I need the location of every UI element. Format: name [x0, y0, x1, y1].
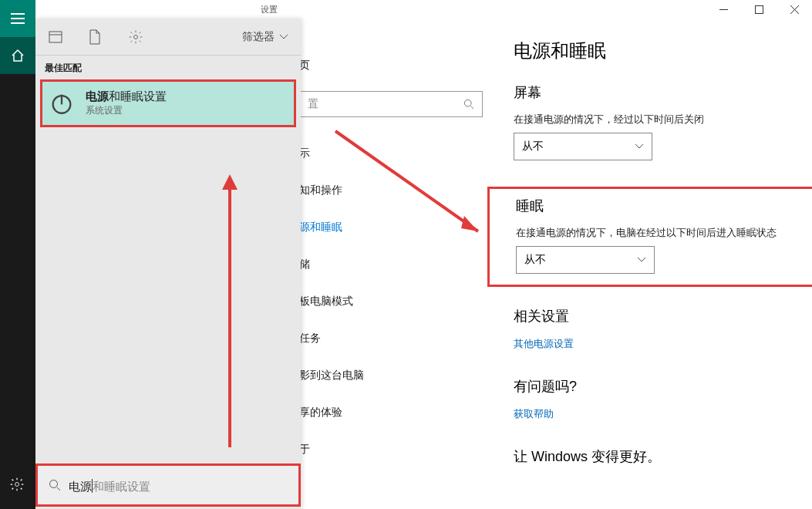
- svg-point-6: [50, 480, 58, 488]
- gear-icon[interactable]: [9, 477, 25, 495]
- chevron-down-icon: [635, 143, 644, 150]
- result-subtitle: 系统设置: [86, 104, 167, 117]
- minimize-button[interactable]: [706, 0, 741, 19]
- sleep-desc: 在接通电源的情况下，电脑在经过以下时间后进入睡眠状态: [516, 226, 810, 240]
- svg-point-2: [464, 99, 471, 106]
- window-titlebar: 设置: [254, 0, 812, 19]
- sleep-timeout-dropdown[interactable]: 从不: [516, 246, 655, 274]
- svg-point-4: [134, 35, 138, 39]
- search-icon: [463, 99, 474, 110]
- gear-icon[interactable]: [128, 29, 143, 45]
- help-heading: 有问题吗?: [514, 377, 810, 396]
- sleep-heading: 睡眠: [516, 197, 810, 215]
- home-button[interactable]: [0, 37, 35, 74]
- close-button[interactable]: [777, 0, 812, 19]
- taskbar-rail: [0, 0, 35, 509]
- nav-item-power-sleep[interactable]: 源和睡眠: [299, 208, 483, 245]
- search-icon: [49, 479, 61, 491]
- related-heading: 相关设置: [514, 307, 810, 325]
- search-result-power-sleep[interactable]: 电源和睡眠设置 系统设置: [40, 79, 296, 127]
- nav-item[interactable]: 板电脑模式: [299, 282, 483, 319]
- window-title: 设置: [261, 4, 278, 15]
- power-icon: [49, 90, 75, 116]
- help-link[interactable]: 获取帮助: [514, 407, 554, 421]
- nav-item[interactable]: 于: [299, 430, 483, 467]
- dropdown-value: 从不: [524, 253, 546, 267]
- nav-item[interactable]: 享的体验: [299, 393, 483, 430]
- nav-item[interactable]: 储: [299, 245, 483, 282]
- best-match-heading: 最佳匹配: [35, 56, 301, 79]
- sleep-section-highlight: 睡眠 在接通电源的情况下，电脑在经过以下时间后进入睡眠状态 从不: [487, 187, 812, 287]
- search-value: 电源和睡眠设置: [69, 477, 150, 494]
- document-icon[interactable]: [88, 29, 103, 45]
- settings-search-input[interactable]: 置: [299, 91, 483, 117]
- filter-dropdown[interactable]: 筛选器: [242, 30, 288, 44]
- feedback-heading: 让 Windows 变得更好。: [514, 447, 810, 466]
- screen-desc: 在接通电源的情况下，经过以下时间后关闭: [514, 113, 810, 126]
- recent-icon[interactable]: [48, 29, 63, 45]
- result-title: 电源和睡眠设置: [86, 89, 167, 104]
- nav-item[interactable]: 任务: [299, 319, 483, 356]
- dropdown-value: 从不: [522, 140, 544, 153]
- chevron-down-icon: [637, 257, 646, 263]
- chevron-down-icon: [279, 34, 288, 40]
- svg-rect-3: [49, 32, 62, 42]
- related-link-other-power[interactable]: 其他电源设置: [514, 337, 574, 351]
- start-search-overlay: 筛选器 最佳匹配 电源和睡眠设置 系统设置 电源和睡眠设置: [35, 19, 301, 509]
- screen-heading: 屏幕: [514, 83, 810, 102]
- filter-label: 筛选器: [242, 30, 275, 44]
- overlay-tabs: 筛选器: [35, 19, 301, 56]
- page-title: 电源和睡眠: [514, 39, 810, 63]
- nav-item[interactable]: 示: [299, 134, 483, 171]
- settings-main-pane: 电源和睡眠 屏幕 在接通电源的情况下，经过以下时间后关闭 从不 睡眠 在接通电源…: [514, 39, 810, 477]
- svg-rect-1: [755, 5, 763, 13]
- svg-point-0: [15, 483, 19, 487]
- screen-timeout-dropdown[interactable]: 从不: [514, 133, 652, 160]
- start-search-input[interactable]: 电源和睡眠设置: [35, 463, 301, 507]
- nav-item[interactable]: 影到这台电脑: [299, 356, 483, 393]
- nav-item[interactable]: 知和操作: [299, 171, 483, 208]
- settings-nav-partial: 页 置 示 知和操作 源和睡眠 储 板电脑模式 任务 影到这台电脑 享的体验 于: [299, 46, 483, 467]
- search-placeholder: 置: [308, 97, 318, 111]
- start-menu-button[interactable]: [0, 0, 35, 37]
- maximize-button[interactable]: [741, 0, 777, 19]
- nav-home[interactable]: 页: [299, 46, 483, 83]
